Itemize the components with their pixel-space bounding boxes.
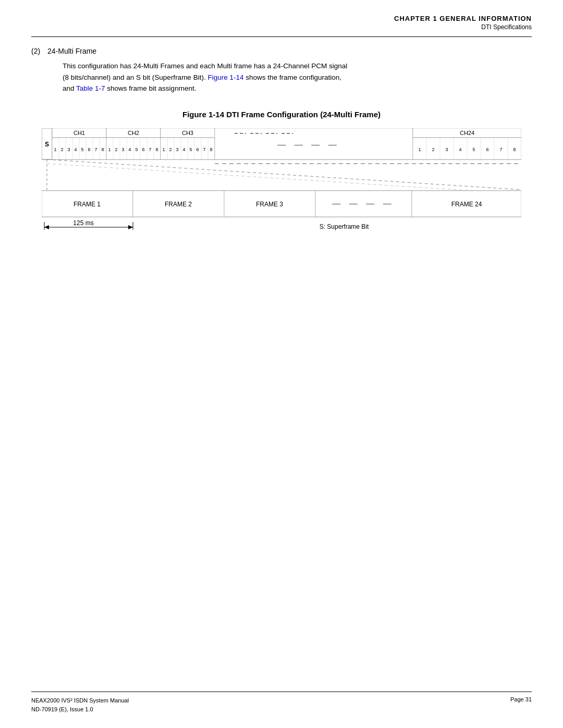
svg-text:8: 8	[513, 147, 516, 152]
section-heading: (2) 24-Multi Frame	[31, 47, 532, 55]
svg-text:S: S	[45, 141, 49, 148]
footer-page: Page 31	[510, 696, 532, 702]
footer-manual: NEAX2000 IVS² ISDN System Manual	[31, 696, 129, 705]
svg-text:2: 2	[60, 147, 63, 152]
page-footer: NEAX2000 IVS² ISDN System Manual ND-7091…	[31, 692, 532, 713]
body-text: This configuration has 24-Multi Frames a…	[63, 60, 532, 94]
figure-link[interactable]: Figure 1-14	[207, 73, 243, 81]
svg-text:5: 5	[189, 147, 192, 152]
svg-text:4: 4	[74, 147, 77, 152]
page-header: CHAPTER 1 GENERAL INFORMATION DTI Specif…	[31, 15, 532, 31]
svg-text:CH1: CH1	[74, 130, 85, 136]
svg-text:8: 8	[210, 147, 212, 152]
chapter-title: CHAPTER 1 GENERAL INFORMATION	[394, 15, 532, 22]
svg-text:7: 7	[499, 147, 502, 152]
body1: This configuration has 24-Multi Frames a…	[63, 62, 347, 70]
svg-text:5: 5	[472, 147, 475, 152]
section-title: 24-Multi Frame	[47, 47, 96, 55]
svg-text:2: 2	[169, 147, 172, 152]
diagram-svg: S CH1 1 2 3 4 5 6	[42, 128, 521, 232]
header-subtitle: DTI Specifications	[481, 23, 532, 31]
svg-text:8: 8	[101, 147, 104, 152]
svg-line-88	[47, 164, 521, 194]
svg-text:4: 4	[182, 147, 185, 152]
footer-left: NEAX2000 IVS² ISDN System Manual ND-7091…	[31, 696, 129, 713]
svg-text:FRAME 24: FRAME 24	[451, 201, 482, 208]
svg-text:2: 2	[432, 147, 434, 152]
svg-text:1: 1	[418, 147, 421, 152]
svg-text:— — — —: — — — —	[332, 199, 394, 208]
footer-issue: ND-70919 (E), Issue 1.0	[31, 705, 129, 714]
svg-text:CH24: CH24	[460, 130, 474, 136]
svg-text:3: 3	[176, 147, 178, 152]
svg-text:4: 4	[459, 147, 461, 152]
svg-text:S: Superframe Bit: S: Superframe Bit	[320, 223, 369, 230]
svg-marker-103	[44, 225, 49, 229]
svg-text:7: 7	[94, 147, 97, 152]
svg-text:3: 3	[445, 147, 448, 152]
svg-text:1: 1	[108, 147, 111, 152]
svg-text:3: 3	[121, 147, 124, 152]
body3: shows the frame configuration,	[246, 73, 341, 81]
svg-line-87	[47, 159, 521, 190]
svg-text:6: 6	[88, 147, 90, 152]
svg-text:7: 7	[149, 147, 151, 152]
diagram-wrapper: S CH1 1 2 3 4 5 6	[42, 128, 521, 234]
header-divider	[31, 36, 532, 37]
svg-text:— — — —: — — — —	[277, 140, 339, 149]
svg-text:CH3: CH3	[182, 130, 193, 136]
table-link[interactable]: Table 1-7	[76, 84, 105, 92]
svg-text:FRAME 2: FRAME 2	[165, 201, 192, 208]
body5: shows frame bit assignment.	[105, 84, 197, 92]
svg-marker-104	[128, 225, 133, 229]
figure-title: Figure 1-14 DTI Frame Configuration (24-…	[31, 110, 532, 119]
svg-text:6: 6	[486, 147, 488, 152]
svg-text:FRAME 1: FRAME 1	[74, 201, 101, 208]
svg-text:FRAME 3: FRAME 3	[256, 201, 283, 208]
svg-text:7: 7	[203, 147, 205, 152]
svg-text:1: 1	[162, 147, 165, 152]
svg-text:CH2: CH2	[128, 130, 139, 136]
svg-text:6: 6	[142, 147, 144, 152]
svg-text:125 ms: 125 ms	[73, 219, 93, 227]
svg-text:3: 3	[67, 147, 70, 152]
svg-text:5: 5	[135, 147, 138, 152]
section-number: (2)	[31, 47, 40, 55]
svg-text:2: 2	[115, 147, 117, 152]
body4: and	[63, 84, 76, 92]
svg-text:1: 1	[54, 147, 56, 152]
main-content: (2) 24-Multi Frame This configuration ha…	[31, 47, 532, 234]
svg-text:8: 8	[155, 147, 158, 152]
svg-text:5: 5	[81, 147, 83, 152]
svg-text:6: 6	[196, 147, 199, 152]
body2: (8 bits/channel) and an S bit (Superfram…	[63, 73, 206, 81]
svg-text:4: 4	[128, 147, 131, 152]
